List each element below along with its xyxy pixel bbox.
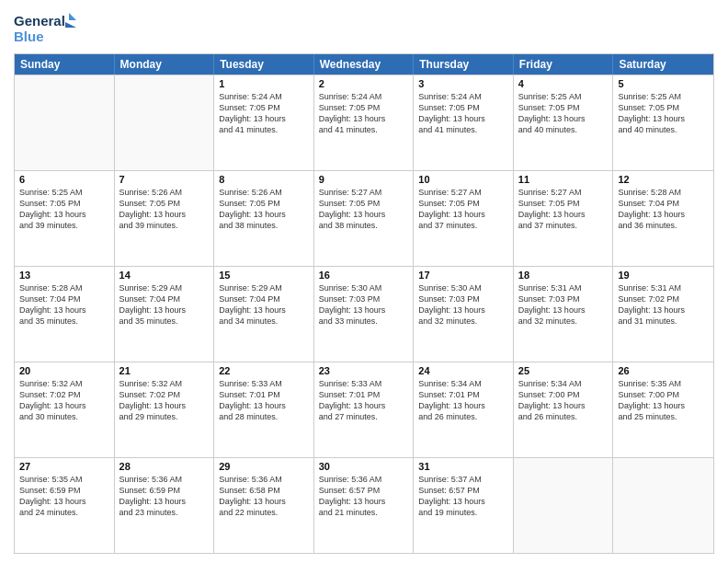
calendar-cell: 8Sunrise: 5:26 AM Sunset: 7:05 PM Daylig…: [214, 171, 314, 266]
calendar-cell: 9Sunrise: 5:27 AM Sunset: 7:05 PM Daylig…: [314, 171, 415, 266]
cell-day-number: 13: [19, 270, 109, 281]
calendar-header: SundayMondayTuesdayWednesdayThursdayFrid…: [15, 54, 713, 75]
cell-day-number: 30: [319, 461, 409, 472]
cell-day-number: 25: [518, 365, 609, 376]
weekday-header: Sunday: [15, 54, 115, 75]
calendar-row: 20Sunrise: 5:32 AM Sunset: 7:02 PM Dayli…: [15, 362, 713, 457]
svg-text:Blue: Blue: [14, 29, 44, 44]
calendar-cell: 28Sunrise: 5:36 AM Sunset: 6:59 PM Dayli…: [115, 458, 215, 553]
cell-day-number: 23: [319, 365, 409, 376]
cell-daylight-info: Sunrise: 5:36 AM Sunset: 6:57 PM Dayligh…: [319, 474, 409, 519]
cell-daylight-info: Sunrise: 5:27 AM Sunset: 7:05 PM Dayligh…: [319, 187, 409, 232]
weekday-header: Tuesday: [214, 54, 314, 75]
cell-daylight-info: Sunrise: 5:37 AM Sunset: 6:57 PM Dayligh…: [418, 474, 508, 519]
cell-daylight-info: Sunrise: 5:30 AM Sunset: 7:03 PM Dayligh…: [418, 282, 508, 327]
calendar-cell: 14Sunrise: 5:29 AM Sunset: 7:04 PM Dayli…: [115, 267, 215, 362]
cell-day-number: 4: [518, 78, 609, 89]
logo: General Blue: [14, 9, 78, 46]
cell-day-number: 27: [19, 461, 109, 472]
cell-daylight-info: Sunrise: 5:25 AM Sunset: 7:05 PM Dayligh…: [19, 187, 109, 232]
cell-daylight-info: Sunrise: 5:26 AM Sunset: 7:05 PM Dayligh…: [219, 187, 309, 232]
weekday-header: Monday: [115, 54, 215, 75]
cell-day-number: 12: [618, 174, 709, 185]
calendar-row: 27Sunrise: 5:35 AM Sunset: 6:59 PM Dayli…: [15, 457, 713, 553]
cell-day-number: 3: [418, 78, 508, 89]
calendar-cell: 18Sunrise: 5:31 AM Sunset: 7:03 PM Dayli…: [514, 267, 614, 362]
calendar-cell: 27Sunrise: 5:35 AM Sunset: 6:59 PM Dayli…: [15, 458, 115, 553]
calendar-row: 1Sunrise: 5:24 AM Sunset: 7:05 PM Daylig…: [15, 75, 713, 170]
cell-day-number: 10: [418, 174, 508, 185]
cell-daylight-info: Sunrise: 5:35 AM Sunset: 6:59 PM Dayligh…: [19, 474, 109, 519]
cell-day-number: 24: [418, 365, 508, 376]
cell-day-number: 18: [518, 270, 609, 281]
calendar-cell: 5Sunrise: 5:25 AM Sunset: 7:05 PM Daylig…: [613, 75, 713, 170]
cell-day-number: 31: [418, 461, 508, 472]
cell-day-number: 5: [618, 78, 709, 89]
cell-daylight-info: Sunrise: 5:33 AM Sunset: 7:01 PM Dayligh…: [219, 378, 309, 423]
cell-daylight-info: Sunrise: 5:27 AM Sunset: 7:05 PM Dayligh…: [518, 187, 609, 232]
cell-day-number: 29: [219, 461, 309, 472]
calendar-body: 1Sunrise: 5:24 AM Sunset: 7:05 PM Daylig…: [15, 75, 713, 553]
calendar-cell: 31Sunrise: 5:37 AM Sunset: 6:57 PM Dayli…: [414, 458, 514, 553]
cell-day-number: 16: [319, 270, 409, 281]
cell-daylight-info: Sunrise: 5:33 AM Sunset: 7:01 PM Dayligh…: [319, 378, 409, 423]
cell-day-number: 14: [119, 270, 210, 281]
calendar-cell: 12Sunrise: 5:28 AM Sunset: 7:04 PM Dayli…: [613, 171, 713, 266]
cell-daylight-info: Sunrise: 5:27 AM Sunset: 7:05 PM Dayligh…: [418, 187, 508, 232]
cell-daylight-info: Sunrise: 5:32 AM Sunset: 7:02 PM Dayligh…: [19, 378, 109, 423]
cell-daylight-info: Sunrise: 5:25 AM Sunset: 7:05 PM Dayligh…: [518, 91, 609, 136]
cell-day-number: 26: [618, 365, 709, 376]
cell-day-number: 17: [418, 270, 508, 281]
cell-day-number: 19: [618, 270, 709, 281]
calendar-cell: 25Sunrise: 5:34 AM Sunset: 7:00 PM Dayli…: [514, 362, 614, 457]
header: General Blue: [14, 9, 714, 46]
cell-daylight-info: Sunrise: 5:29 AM Sunset: 7:04 PM Dayligh…: [219, 282, 309, 327]
cell-day-number: 21: [119, 365, 210, 376]
cell-daylight-info: Sunrise: 5:36 AM Sunset: 6:58 PM Dayligh…: [219, 474, 309, 519]
calendar-cell: 30Sunrise: 5:36 AM Sunset: 6:57 PM Dayli…: [314, 458, 415, 553]
cell-daylight-info: Sunrise: 5:24 AM Sunset: 7:05 PM Dayligh…: [319, 91, 409, 136]
calendar-cell: 7Sunrise: 5:26 AM Sunset: 7:05 PM Daylig…: [115, 171, 215, 266]
calendar-cell: 21Sunrise: 5:32 AM Sunset: 7:02 PM Dayli…: [115, 362, 215, 457]
calendar-cell: 11Sunrise: 5:27 AM Sunset: 7:05 PM Dayli…: [514, 171, 614, 266]
cell-day-number: 22: [219, 365, 309, 376]
calendar-cell: 15Sunrise: 5:29 AM Sunset: 7:04 PM Dayli…: [214, 267, 314, 362]
cell-day-number: 9: [319, 174, 409, 185]
calendar-cell: 1Sunrise: 5:24 AM Sunset: 7:05 PM Daylig…: [214, 75, 314, 170]
calendar-cell: [613, 458, 713, 553]
cell-day-number: 11: [518, 174, 609, 185]
calendar-cell: 23Sunrise: 5:33 AM Sunset: 7:01 PM Dayli…: [314, 362, 415, 457]
weekday-header: Wednesday: [314, 54, 415, 75]
cell-day-number: 15: [219, 270, 309, 281]
cell-daylight-info: Sunrise: 5:25 AM Sunset: 7:05 PM Dayligh…: [618, 91, 709, 136]
cell-day-number: 2: [319, 78, 409, 89]
calendar-cell: 13Sunrise: 5:28 AM Sunset: 7:04 PM Dayli…: [15, 267, 115, 362]
cell-daylight-info: Sunrise: 5:31 AM Sunset: 7:03 PM Dayligh…: [518, 282, 609, 327]
cell-day-number: 7: [119, 174, 210, 185]
calendar-cell: 2Sunrise: 5:24 AM Sunset: 7:05 PM Daylig…: [314, 75, 415, 170]
calendar-cell: 10Sunrise: 5:27 AM Sunset: 7:05 PM Dayli…: [414, 171, 514, 266]
calendar-row: 13Sunrise: 5:28 AM Sunset: 7:04 PM Dayli…: [15, 266, 713, 362]
calendar-cell: 3Sunrise: 5:24 AM Sunset: 7:05 PM Daylig…: [414, 75, 514, 170]
cell-day-number: 28: [119, 461, 210, 472]
calendar-cell: 16Sunrise: 5:30 AM Sunset: 7:03 PM Dayli…: [314, 267, 415, 362]
calendar-cell: 29Sunrise: 5:36 AM Sunset: 6:58 PM Dayli…: [214, 458, 314, 553]
calendar-cell: [514, 458, 614, 553]
cell-daylight-info: Sunrise: 5:28 AM Sunset: 7:04 PM Dayligh…: [618, 187, 709, 232]
cell-daylight-info: Sunrise: 5:34 AM Sunset: 7:00 PM Dayligh…: [518, 378, 609, 423]
cell-daylight-info: Sunrise: 5:35 AM Sunset: 7:00 PM Dayligh…: [618, 378, 709, 423]
cell-daylight-info: Sunrise: 5:24 AM Sunset: 7:05 PM Dayligh…: [219, 91, 309, 136]
cell-daylight-info: Sunrise: 5:28 AM Sunset: 7:04 PM Dayligh…: [19, 282, 109, 327]
calendar-cell: 19Sunrise: 5:31 AM Sunset: 7:02 PM Dayli…: [613, 267, 713, 362]
calendar-cell: 20Sunrise: 5:32 AM Sunset: 7:02 PM Dayli…: [15, 362, 115, 457]
cell-daylight-info: Sunrise: 5:29 AM Sunset: 7:04 PM Dayligh…: [119, 282, 210, 327]
weekday-header: Saturday: [613, 54, 713, 75]
logo-svg: General Blue: [14, 9, 78, 46]
svg-marker-3: [65, 22, 76, 28]
calendar: SundayMondayTuesdayWednesdayThursdayFrid…: [14, 53, 714, 554]
weekday-header: Friday: [514, 54, 614, 75]
calendar-cell: [115, 75, 215, 170]
calendar-cell: 6Sunrise: 5:25 AM Sunset: 7:05 PM Daylig…: [15, 171, 115, 266]
cell-daylight-info: Sunrise: 5:31 AM Sunset: 7:02 PM Dayligh…: [618, 282, 709, 327]
svg-marker-2: [69, 13, 76, 20]
